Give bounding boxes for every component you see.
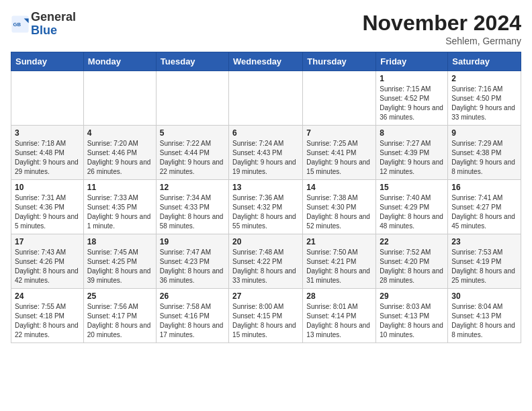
day-number: 8: [380, 128, 444, 138]
calendar-cell: 28Sunrise: 8:01 AM Sunset: 4:14 PM Dayli…: [303, 289, 376, 343]
calendar-cell: 12Sunrise: 7:34 AM Sunset: 4:33 PM Dayli…: [156, 180, 228, 234]
day-info: Sunrise: 7:52 AM Sunset: 4:20 PM Dayligh…: [380, 248, 444, 285]
calendar-cell: 14Sunrise: 7:38 AM Sunset: 4:30 PM Dayli…: [303, 180, 376, 234]
day-number: 18: [87, 237, 152, 246]
day-info: Sunrise: 7:56 AM Sunset: 4:17 PM Dayligh…: [87, 302, 152, 340]
day-info: Sunrise: 7:58 AM Sunset: 4:16 PM Dayligh…: [160, 302, 225, 340]
weekday-header: Thursday: [303, 52, 376, 71]
day-number: 16: [451, 183, 517, 192]
day-info: Sunrise: 7:22 AM Sunset: 4:44 PM Dayligh…: [160, 139, 225, 177]
day-info: Sunrise: 8:00 AM Sunset: 4:15 PM Dayligh…: [232, 302, 299, 340]
calendar-cell: 17Sunrise: 7:43 AM Sunset: 4:26 PM Dayli…: [11, 234, 84, 289]
day-number: 6: [232, 128, 299, 138]
day-info: Sunrise: 7:55 AM Sunset: 4:18 PM Dayligh…: [15, 302, 80, 340]
calendar-cell: 20Sunrise: 7:48 AM Sunset: 4:22 PM Dayli…: [229, 234, 303, 289]
day-number: 13: [232, 183, 299, 192]
day-info: Sunrise: 7:20 AM Sunset: 4:46 PM Dayligh…: [87, 139, 152, 177]
calendar-cell: [83, 71, 156, 126]
day-info: Sunrise: 7:48 AM Sunset: 4:22 PM Dayligh…: [232, 248, 299, 285]
day-info: Sunrise: 7:43 AM Sunset: 4:26 PM Dayligh…: [15, 248, 80, 285]
month-title: November 2024: [362, 11, 521, 36]
calendar-cell: 3Sunrise: 7:18 AM Sunset: 4:48 PM Daylig…: [11, 126, 84, 180]
calendar-cell: 23Sunrise: 7:53 AM Sunset: 4:19 PM Dayli…: [448, 234, 521, 289]
calendar-week-row: 17Sunrise: 7:43 AM Sunset: 4:26 PM Dayli…: [11, 234, 521, 289]
calendar-cell: 13Sunrise: 7:36 AM Sunset: 4:32 PM Dayli…: [229, 180, 303, 234]
weekday-header-row: SundayMondayTuesdayWednesdayThursdayFrid…: [11, 52, 521, 71]
calendar-table: SundayMondayTuesdayWednesdayThursdayFrid…: [11, 52, 521, 343]
calendar-cell: 22Sunrise: 7:52 AM Sunset: 4:20 PM Dayli…: [376, 234, 448, 289]
day-info: Sunrise: 7:25 AM Sunset: 4:41 PM Dayligh…: [306, 139, 372, 177]
weekday-header: Friday: [376, 52, 448, 71]
day-number: 15: [380, 183, 444, 192]
day-number: 7: [306, 128, 372, 138]
logo-text: General Blue: [31, 11, 76, 38]
calendar-cell: 26Sunrise: 7:58 AM Sunset: 4:16 PM Dayli…: [156, 289, 228, 343]
day-info: Sunrise: 7:27 AM Sunset: 4:39 PM Dayligh…: [380, 139, 444, 177]
calendar-cell: 11Sunrise: 7:33 AM Sunset: 4:35 PM Dayli…: [83, 180, 156, 234]
calendar-week-row: 24Sunrise: 7:55 AM Sunset: 4:18 PM Dayli…: [11, 289, 521, 343]
day-info: Sunrise: 7:33 AM Sunset: 4:35 PM Dayligh…: [87, 193, 152, 231]
calendar-cell: 9Sunrise: 7:29 AM Sunset: 4:38 PM Daylig…: [448, 126, 521, 180]
day-number: 19: [160, 237, 225, 246]
calendar-cell: 19Sunrise: 7:47 AM Sunset: 4:23 PM Dayli…: [156, 234, 228, 289]
day-info: Sunrise: 7:18 AM Sunset: 4:48 PM Dayligh…: [15, 139, 80, 177]
calendar-cell: 1Sunrise: 7:15 AM Sunset: 4:52 PM Daylig…: [376, 71, 448, 126]
calendar-cell: 21Sunrise: 7:50 AM Sunset: 4:21 PM Dayli…: [303, 234, 376, 289]
calendar-cell: 15Sunrise: 7:40 AM Sunset: 4:29 PM Dayli…: [376, 180, 448, 234]
day-number: 22: [380, 237, 444, 246]
day-info: Sunrise: 7:36 AM Sunset: 4:32 PM Dayligh…: [232, 193, 299, 231]
day-number: 29: [380, 291, 444, 301]
day-number: 11: [87, 183, 152, 192]
day-number: 30: [451, 291, 517, 301]
day-number: 3: [15, 128, 80, 138]
day-info: Sunrise: 7:53 AM Sunset: 4:19 PM Dayligh…: [451, 248, 517, 285]
day-info: Sunrise: 7:40 AM Sunset: 4:29 PM Dayligh…: [380, 193, 444, 231]
weekday-header: Wednesday: [229, 52, 303, 71]
calendar-cell: 29Sunrise: 8:03 AM Sunset: 4:13 PM Dayli…: [376, 289, 448, 343]
calendar-cell: [303, 71, 376, 126]
day-number: 27: [232, 291, 299, 301]
day-info: Sunrise: 8:03 AM Sunset: 4:13 PM Dayligh…: [380, 302, 444, 340]
day-number: 2: [451, 74, 517, 83]
day-number: 9: [451, 128, 517, 138]
title-area: November 2024 Sehlem, Germany: [362, 11, 521, 46]
day-info: Sunrise: 7:41 AM Sunset: 4:27 PM Dayligh…: [451, 193, 517, 231]
calendar-cell: 16Sunrise: 7:41 AM Sunset: 4:27 PM Dayli…: [448, 180, 521, 234]
logo: GB General Blue: [11, 11, 76, 38]
day-number: 21: [306, 237, 372, 246]
day-info: Sunrise: 7:29 AM Sunset: 4:38 PM Dayligh…: [451, 139, 517, 177]
calendar-cell: 18Sunrise: 7:45 AM Sunset: 4:25 PM Dayli…: [83, 234, 156, 289]
day-number: 12: [160, 183, 225, 192]
calendar-cell: 30Sunrise: 8:04 AM Sunset: 4:13 PM Dayli…: [448, 289, 521, 343]
day-number: 24: [15, 291, 80, 301]
calendar-week-row: 10Sunrise: 7:31 AM Sunset: 4:36 PM Dayli…: [11, 180, 521, 234]
calendar-cell: [229, 71, 303, 126]
weekday-header: Saturday: [448, 52, 521, 71]
day-number: 23: [451, 237, 517, 246]
calendar-cell: 4Sunrise: 7:20 AM Sunset: 4:46 PM Daylig…: [83, 126, 156, 180]
calendar-cell: 6Sunrise: 7:24 AM Sunset: 4:43 PM Daylig…: [229, 126, 303, 180]
day-number: 25: [87, 291, 152, 301]
day-info: Sunrise: 7:34 AM Sunset: 4:33 PM Dayligh…: [160, 193, 225, 231]
calendar-week-row: 3Sunrise: 7:18 AM Sunset: 4:48 PM Daylig…: [11, 126, 521, 180]
day-info: Sunrise: 7:47 AM Sunset: 4:23 PM Dayligh…: [160, 248, 225, 285]
weekday-header: Monday: [83, 52, 156, 71]
day-info: Sunrise: 7:38 AM Sunset: 4:30 PM Dayligh…: [306, 193, 372, 231]
day-info: Sunrise: 7:16 AM Sunset: 4:50 PM Dayligh…: [451, 85, 517, 122]
location: Sehlem, Germany: [362, 36, 521, 46]
weekday-header: Tuesday: [156, 52, 228, 71]
day-info: Sunrise: 7:45 AM Sunset: 4:25 PM Dayligh…: [87, 248, 152, 285]
calendar-cell: 2Sunrise: 7:16 AM Sunset: 4:50 PM Daylig…: [448, 71, 521, 126]
calendar-cell: 27Sunrise: 8:00 AM Sunset: 4:15 PM Dayli…: [229, 289, 303, 343]
day-info: Sunrise: 7:24 AM Sunset: 4:43 PM Dayligh…: [232, 139, 299, 177]
day-number: 17: [15, 237, 80, 246]
calendar-cell: 24Sunrise: 7:55 AM Sunset: 4:18 PM Dayli…: [11, 289, 84, 343]
day-info: Sunrise: 8:01 AM Sunset: 4:14 PM Dayligh…: [306, 302, 372, 340]
day-info: Sunrise: 7:31 AM Sunset: 4:36 PM Dayligh…: [15, 193, 80, 231]
header: GB General Blue November 2024 Sehlem, Ge…: [11, 11, 521, 46]
calendar-cell: [156, 71, 228, 126]
calendar-cell: 8Sunrise: 7:27 AM Sunset: 4:39 PM Daylig…: [376, 126, 448, 180]
day-number: 4: [87, 128, 152, 138]
day-number: 5: [160, 128, 225, 138]
svg-text:GB: GB: [13, 21, 21, 28]
